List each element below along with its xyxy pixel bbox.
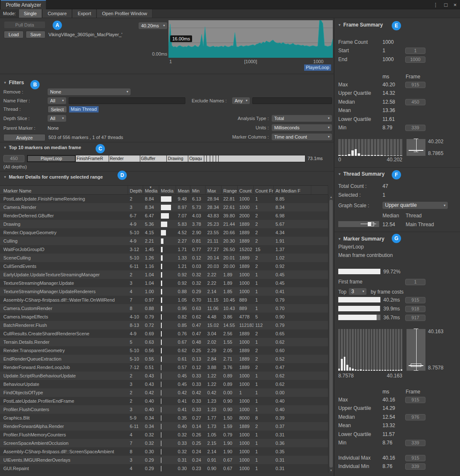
table-row[interactable]: TextureStreamingManager.UpdateRenderers4… xyxy=(0,287,328,296)
table-row[interactable]: EndRenderQueueExtraction5-100.550.610.13… xyxy=(0,355,328,363)
column-header-min[interactable]: Min xyxy=(190,186,206,194)
selected-marker-chip[interactable]: PlayerLoop xyxy=(304,64,331,71)
table-row[interactable]: Camera.ImageEffects4-100.790.820.624.483… xyxy=(0,313,328,321)
analysis-type-dropdown[interactable]: Total ▼ xyxy=(272,115,332,122)
column-header-range[interactable]: Range xyxy=(222,186,238,194)
top10-header[interactable]: ▼Top 10 markers on median frame xyxy=(3,145,81,150)
frame-jump-button[interactable]: 450 xyxy=(405,99,425,105)
table-row[interactable]: FindObjectsOfType20.420.420.420.420.0011… xyxy=(0,388,328,397)
top10-segment[interactable] xyxy=(219,155,305,162)
top10-segment-finishframer[interactable]: FinishFrameR xyxy=(76,155,109,162)
remove-dropdown[interactable]: None ▼ xyxy=(48,88,131,95)
thread-value-chip[interactable]: Main Thread xyxy=(69,106,99,112)
table-row[interactable]: Assembly-CSharp-firstpass.dll!::ScreenSp… xyxy=(0,447,328,456)
frame-jump-button[interactable]: 339 xyxy=(405,440,425,446)
top10-segment-gbuffer[interactable]: GBuffer xyxy=(140,155,167,162)
table-row[interactable]: Assembly-CSharp-firstpass.dll!::WaterTil… xyxy=(0,296,328,304)
thread-select-button[interactable]: Select xyxy=(48,106,67,113)
column-header-mean[interactable]: Mean xyxy=(176,186,190,194)
pull-data-button[interactable]: Pull Data xyxy=(4,21,45,29)
table-row[interactable]: PostLateUpdate.FinishFrameRendering28.84… xyxy=(0,195,328,203)
top10-segment-drawing[interactable]: Drawing xyxy=(167,155,188,162)
top10-segment-render[interactable]: Render xyxy=(109,155,140,162)
column-header-count[interactable]: Count xyxy=(238,186,254,194)
column-header-median-bar[interactable]: Media xyxy=(159,186,176,194)
frame-jump-button[interactable]: 339 xyxy=(405,463,425,470)
analyze-button[interactable]: Analyze xyxy=(3,134,45,141)
table-row[interactable]: CullSendEvents6-111.161.210.0320.0320.00… xyxy=(0,262,328,270)
table-row[interactable]: Culling4-92.212.270.8121.1120.30188921.9… xyxy=(0,237,328,245)
maximize-icon[interactable]: □ xyxy=(444,2,448,8)
export-button[interactable]: Export xyxy=(72,9,96,18)
table-row[interactable]: RenderForwardAlpha.Render6-110.340.400.1… xyxy=(0,422,328,431)
scroll-down-icon[interactable]: ▼ xyxy=(329,469,334,472)
units-dropdown[interactable]: Milliseconds ▼ xyxy=(272,124,332,131)
table-row[interactable]: CullResults.CreateSharedRendererScene4-9… xyxy=(0,329,328,338)
frame-jump-button[interactable]: 915 xyxy=(405,82,425,88)
load-button[interactable]: Load xyxy=(4,31,24,38)
open-profiler-window-button[interactable]: Open Profiler Window xyxy=(96,9,152,18)
column-header-count-frame[interactable]: Count Fra xyxy=(254,186,274,194)
scroll-up-icon[interactable]: ▲ xyxy=(329,195,334,198)
thread-summary-header[interactable]: ▼Thread Summary xyxy=(338,171,385,177)
frame-time-chart[interactable]: 16.00ms xyxy=(168,20,333,58)
column-header-at-median[interactable]: At Median F xyxy=(274,186,311,194)
graph-scale-dropdown[interactable]: Upper quartile ▼ xyxy=(382,202,448,209)
top10-segment-opaqu[interactable]: Opaqu xyxy=(188,155,204,162)
end-frame-button[interactable]: 1000 xyxy=(405,56,425,63)
mode-single-button[interactable]: Single xyxy=(19,9,43,18)
tab-profile-analyzer[interactable]: Profile Analyzer xyxy=(1,0,46,9)
table-row[interactable]: Render.TransparentGeometry5-100.560.620.… xyxy=(0,346,328,355)
kebab-menu-icon[interactable]: ⋮ xyxy=(433,2,439,8)
scrollbar-thumb[interactable] xyxy=(329,200,333,468)
table-row[interactable]: Drawing4-95.365.833.7825.2321.44188925.6… xyxy=(0,220,328,228)
name-filter-mode-dropdown[interactable]: All ▼ xyxy=(48,97,66,104)
marker-summary-header[interactable]: ▼Marker Summary xyxy=(338,236,384,242)
median-frame-chip[interactable]: 450 xyxy=(3,155,24,162)
table-row[interactable]: Terrain.Details.Render50.630.670.482.021… xyxy=(0,338,328,346)
table-row[interactable]: Profiler.FlushCounters30.400.410.331.230… xyxy=(0,405,328,414)
column-header-median[interactable]: ▼Media xyxy=(143,186,159,194)
top10-segment[interactable] xyxy=(213,155,216,162)
table-row[interactable]: Update.ScriptRunBehaviourUpdate20.430.45… xyxy=(0,372,328,380)
exclude-names-input[interactable] xyxy=(252,97,332,104)
table-row[interactable]: BehaviourUpdate30.430.450.331.220.891000… xyxy=(0,380,328,388)
marker-details-header[interactable]: ▼Marker Details for currently selected r… xyxy=(3,174,103,179)
frame-jump-button[interactable]: 918 xyxy=(405,306,425,312)
frame-jump-button[interactable]: 339 xyxy=(405,125,425,131)
table-row[interactable]: WaitForJobGroupID3-121.451.710.7727.2726… xyxy=(0,245,328,254)
frame-jump-button[interactable]: 915 xyxy=(405,455,425,461)
marker-columns-dropdown[interactable]: Time and Count ▼ xyxy=(272,134,332,140)
top-n-dropdown[interactable]: 3 ▼ xyxy=(349,288,366,295)
table-row[interactable]: BatchRenderer.Flush8-130.720.850.4715.02… xyxy=(0,321,328,329)
frame-jump-button[interactable]: 917 xyxy=(405,315,425,321)
column-header-marker-name[interactable]: Marker Name xyxy=(0,186,128,194)
column-header-depth[interactable]: Depth xyxy=(128,186,143,194)
table-row[interactable]: Graphics.Blit5-90.340.350.271.771.508000… xyxy=(0,414,328,422)
table-row[interactable]: ScreenSpaceAmbientOcclusion70.320.330.25… xyxy=(0,439,328,447)
table-row[interactable]: EarlyUpdate.UpdateTextureStreamingManage… xyxy=(0,270,328,279)
column-header-max[interactable]: Max xyxy=(206,186,222,194)
frame-jump-button[interactable]: 976 xyxy=(405,414,425,420)
table-row[interactable]: Render.OpaqueGeometry5-104.154.522.9023.… xyxy=(0,228,328,237)
depth-slice-dropdown[interactable]: All ▼ xyxy=(48,115,66,122)
table-row[interactable]: TextureStreamingManager.Update31.040.920… xyxy=(0,279,328,287)
exclude-mode-dropdown[interactable]: Any ▼ xyxy=(232,97,250,104)
panel-splitter[interactable] xyxy=(334,18,334,476)
table-row[interactable]: Camera.CustomRender80.880.960.6311.0610.… xyxy=(0,304,328,313)
mode-compare-button[interactable]: Compare xyxy=(42,9,72,18)
thread-row[interactable]: 12.54Main Thread xyxy=(334,221,460,229)
close-icon[interactable]: × xyxy=(453,2,457,8)
table-row[interactable]: Camera.Render38.348.975.7328.3422.611000… xyxy=(0,203,328,211)
first-frame-button[interactable]: 1 xyxy=(405,279,425,285)
frame-jump-button[interactable]: 915 xyxy=(405,297,425,303)
table-row[interactable]: RenderDeferred.GBuffer6-76.477.074.0343.… xyxy=(0,211,328,220)
frame-jump-button[interactable]: 915 xyxy=(405,397,425,403)
save-button[interactable]: Save xyxy=(26,31,45,38)
filters-header[interactable]: ▼Filters xyxy=(3,80,24,86)
table-row[interactable]: PostLateUpdate.ProfilerEndFrame20.400.41… xyxy=(0,397,328,405)
table-row[interactable]: RenderForward.RenderLoopJob7-120.510.570… xyxy=(0,363,328,372)
table-scrollbar[interactable]: ▲ ▼ xyxy=(328,195,334,473)
name-filter-input[interactable] xyxy=(69,97,185,104)
table-row[interactable]: GUI.Repaint40.290.300.230.900.67100010.3… xyxy=(0,464,328,473)
